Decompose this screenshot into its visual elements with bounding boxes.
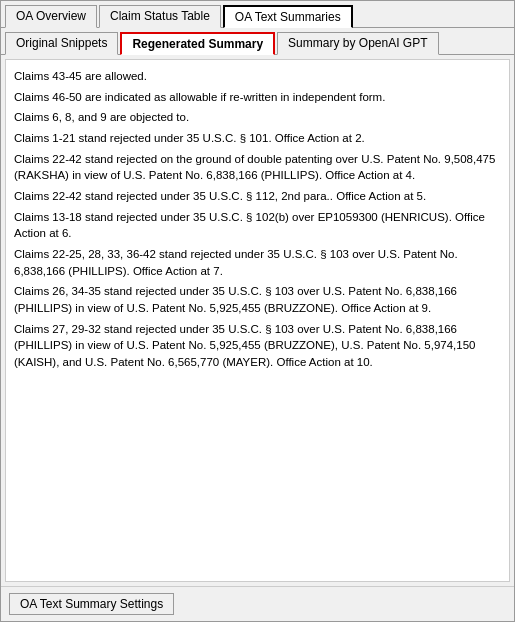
tab-claim-status-table[interactable]: Claim Status Table <box>99 5 221 28</box>
summary-line: Claims 22-25, 28, 33, 36-42 stand reject… <box>14 246 501 279</box>
main-container: OA Overview Claim Status Table OA Text S… <box>0 0 515 622</box>
bottom-bar: OA Text Summary Settings <box>1 586 514 621</box>
summary-line: Claims 13-18 stand rejected under 35 U.S… <box>14 209 501 242</box>
oa-text-summary-settings-button[interactable]: OA Text Summary Settings <box>9 593 174 615</box>
summary-line: Claims 22-42 stand rejected under 35 U.S… <box>14 188 501 205</box>
summary-line: Claims 46-50 are indicated as allowable … <box>14 89 501 106</box>
tab-oa-text-summaries[interactable]: OA Text Summaries <box>223 5 353 28</box>
summary-line: Claims 26, 34-35 stand rejected under 35… <box>14 283 501 316</box>
summary-line: Claims 43-45 are allowed. <box>14 68 501 85</box>
summary-line: Claims 27, 29-32 stand rejected under 35… <box>14 321 501 371</box>
tab-summary-openai-gpt[interactable]: Summary by OpenAI GPT <box>277 32 438 55</box>
summary-line: Claims 22-42 stand rejected on the groun… <box>14 151 501 184</box>
inner-tab-bar: Original Snippets Regenerated Summary Su… <box>1 28 514 55</box>
summary-line: Claims 1-21 stand rejected under 35 U.S.… <box>14 130 501 147</box>
tab-original-snippets[interactable]: Original Snippets <box>5 32 118 55</box>
top-tab-bar: OA Overview Claim Status Table OA Text S… <box>1 1 514 28</box>
summary-line: Claims 6, 8, and 9 are objected to. <box>14 109 501 126</box>
tab-regenerated-summary[interactable]: Regenerated Summary <box>120 32 275 55</box>
tab-oa-overview[interactable]: OA Overview <box>5 5 97 28</box>
summary-content: Claims 43-45 are allowed.Claims 46-50 ar… <box>5 59 510 582</box>
